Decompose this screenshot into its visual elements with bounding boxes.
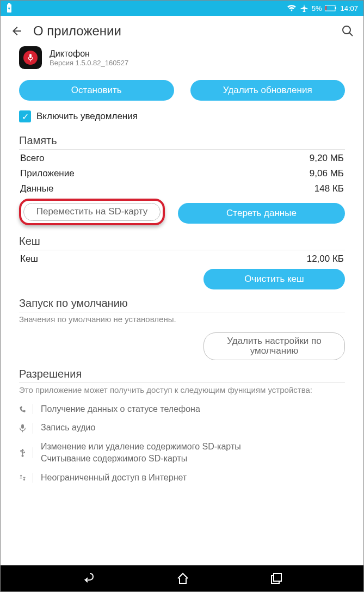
memory-total-row: Всего 9,20 МБ [19, 150, 345, 165]
uninstall-updates-button[interactable]: Удалить обновления [190, 80, 346, 101]
svg-rect-1 [8, 3, 10, 4]
perm-row-storage: Изменение или удаление содержимого SD-ка… [1, 437, 363, 468]
move-to-sd-highlight: Переместить на SD-карту [19, 199, 165, 225]
phone-icon [19, 404, 33, 414]
svg-rect-4 [325, 6, 326, 10]
battery-icon [325, 5, 337, 11]
perm-audio-text: Запись аудио [41, 422, 95, 434]
page-title: О приложении [33, 23, 332, 39]
navigation-bar [1, 565, 363, 591]
status-bar: 5% 14:07 [1, 1, 363, 16]
svg-rect-9 [21, 424, 24, 428]
perm-row-internet: Неограниченный доступ в Интернет [1, 468, 363, 487]
notifications-label: Включить уведомления [36, 111, 138, 122]
memory-total-label: Всего [19, 153, 46, 164]
memory-app-value: 9,06 МБ [309, 168, 345, 179]
memory-data-row: Данные 148 КБ [19, 180, 345, 195]
nav-recent-icon[interactable] [270, 572, 283, 585]
app-icon [19, 46, 42, 69]
app-info-row: Диктофон Версия 1.5.0.82_160527 [1, 46, 363, 75]
move-to-sd-button[interactable]: Переместить на SD-карту [23, 203, 161, 221]
clear-cache-button[interactable]: Очистить кеш [203, 269, 345, 289]
defaults-section-title: Запуск по умолчанию [19, 293, 345, 312]
cache-value: 12,00 КБ [306, 254, 345, 264]
app-version: Версия 1.5.0.82_160527 [50, 59, 128, 67]
svg-point-13 [20, 451, 21, 452]
svg-rect-7 [29, 54, 32, 58]
perm-internet-text: Неограниченный доступ в Интернет [41, 472, 187, 484]
memory-data-value: 148 КБ [313, 183, 345, 194]
svg-rect-16 [274, 574, 281, 581]
stop-button[interactable]: Остановить [19, 80, 174, 101]
permissions-section-title: Разрешения [19, 363, 345, 383]
airplane-icon [300, 4, 309, 13]
svg-rect-3 [335, 7, 336, 9]
memory-data-label: Данные [19, 183, 54, 194]
network-icon [19, 473, 33, 483]
memory-total-value: 9,20 МБ [309, 153, 345, 164]
back-icon[interactable] [10, 24, 23, 38]
defaults-subtitle: Значения по умолчанию не установлены. [19, 312, 345, 329]
memory-app-row: Приложение 9,06 МБ [19, 165, 345, 180]
nav-home-icon[interactable] [176, 572, 189, 585]
cache-label: Кеш [19, 254, 39, 264]
svg-point-11 [21, 455, 23, 457]
svg-line-6 [349, 33, 353, 36]
perm-phone-text: Получение данных о статусе телефона [41, 403, 200, 415]
perm-row-phone: Получение данных о статусе телефона [1, 400, 363, 418]
memory-section-title: Память [19, 130, 345, 150]
perm-row-audio: Запись аудио [1, 418, 363, 437]
usb-icon [19, 447, 33, 458]
clock-text: 14:07 [340, 4, 358, 13]
microphone-icon [23, 51, 38, 65]
permissions-subtitle: Это приложение может получить доступ к с… [19, 383, 345, 400]
memory-app-label: Приложение [19, 168, 76, 179]
clear-data-button[interactable]: Стереть данные [178, 203, 345, 224]
search-icon[interactable] [342, 25, 354, 37]
cache-row: Кеш 12,00 КБ [19, 250, 345, 266]
cache-section-title: Кеш [19, 231, 345, 250]
nav-back-icon[interactable] [81, 571, 95, 585]
checkbox-checked-icon[interactable]: ✓ [19, 110, 31, 122]
clear-defaults-button[interactable]: Удалить настройки по умолчанию [203, 332, 345, 360]
perm-storage-text: Изменение или удаление содержимого SD-ка… [41, 441, 241, 465]
microphone-perm-icon [19, 423, 33, 434]
svg-point-5 [343, 26, 350, 34]
app-header: О приложении [1, 16, 363, 46]
battery-pct: 5% [312, 4, 322, 13]
notifications-checkbox-row[interactable]: ✓ Включить уведомления [1, 106, 363, 130]
wifi-icon [287, 4, 297, 12]
svg-rect-14 [24, 452, 25, 453]
battery-charging-icon [6, 3, 13, 13]
app-name: Диктофон [50, 49, 128, 59]
